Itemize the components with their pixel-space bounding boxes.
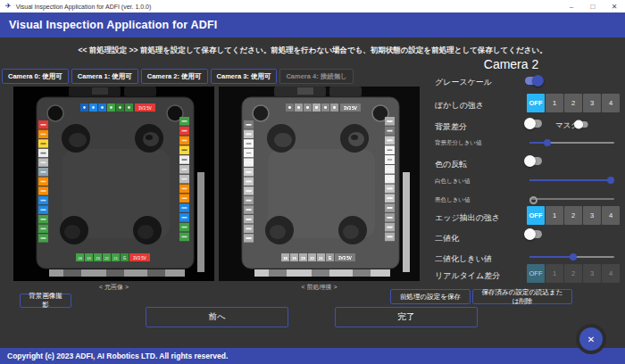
minimize-icon[interactable]: – xyxy=(561,0,582,12)
mask-toggle[interactable] xyxy=(574,120,589,128)
svg-text:G: G xyxy=(123,256,127,261)
blur-strength-buttons: OFF 1 2 3 4 xyxy=(527,94,620,112)
white-threshold-slider[interactable] xyxy=(529,176,614,184)
bg-diff-threshold-slider[interactable] xyxy=(529,138,614,146)
black-threshold-label: 黒色しきい値 xyxy=(435,196,470,204)
edge-3-button[interactable]: 3 xyxy=(583,206,601,225)
svg-text:3V3 5V: 3V3 5V xyxy=(338,256,352,261)
svg-text:22: 22 xyxy=(104,256,109,261)
fab-close-icon: ✕ xyxy=(588,335,595,344)
tab-camera-0[interactable]: Camera 0: 使用可 xyxy=(2,69,69,84)
grayscale-label: グレースケール xyxy=(435,77,492,88)
app-header: Visual Inspection Application for ADFI xyxy=(0,12,625,37)
black-threshold-slider[interactable] xyxy=(529,194,614,203)
svg-text:18: 18 xyxy=(78,256,82,261)
svg-text:3V3 5V: 3V3 5V xyxy=(344,106,357,111)
camera-tabs: Camera 0: 使用可 Camera 1: 使用可 Camera 2: 使用… xyxy=(2,69,354,84)
svg-text:18: 18 xyxy=(283,256,288,261)
blur-4-button[interactable]: 4 xyxy=(602,94,620,112)
invert-color-toggle[interactable] xyxy=(524,155,544,167)
realtime-2-button: 2 xyxy=(564,264,582,283)
blur-3-button[interactable]: 3 xyxy=(583,94,601,112)
previous-button[interactable]: 前へ xyxy=(146,307,288,327)
svg-text:22: 22 xyxy=(310,256,314,261)
original-image-caption: < 元画像 > xyxy=(13,283,214,292)
invert-color-label: 色の反転 xyxy=(435,159,467,170)
panel-title: Camera 2 xyxy=(433,57,589,71)
edge-4-button[interactable]: 4 xyxy=(602,206,620,225)
realtime-4-button: 4 xyxy=(602,264,620,283)
binarize-threshold-label: 二値化しきい値 xyxy=(435,253,492,265)
realtime-1-button: 1 xyxy=(546,264,563,283)
close-fab-button[interactable]: ✕ xyxy=(579,327,603,351)
bg-diff-label: 背景差分 xyxy=(435,121,467,133)
white-threshold-label: 白色しきい値 xyxy=(435,178,470,186)
bg-diff-toggle[interactable] xyxy=(524,118,544,129)
tab-camera-3[interactable]: Camera 3: 使用可 xyxy=(211,69,278,84)
binarize-threshold-slider[interactable] xyxy=(529,252,614,261)
binarize-label: 二値化 xyxy=(435,233,459,244)
os-titlebar: ✈ Visual Inspection Application for ADFI… xyxy=(0,0,625,12)
svg-text:23: 23 xyxy=(301,256,305,261)
original-image-preview: 3V3 5V1819232221G3V3 5V xyxy=(13,87,214,281)
window-title: Visual Inspection Application for ADFI (… xyxy=(16,4,152,10)
edge-2-button[interactable]: 2 xyxy=(564,206,582,225)
done-button[interactable]: 完了 xyxy=(335,307,478,327)
realtime-diff-label: リアルタイム差分 xyxy=(435,270,500,282)
realtime-3-button: 3 xyxy=(583,264,601,283)
edge-strength-label: エッジ抽出の強さ xyxy=(435,212,500,224)
edge-strength-buttons: OFF 1 2 3 4 xyxy=(527,206,620,225)
svg-text:19: 19 xyxy=(292,256,296,261)
svg-text:23: 23 xyxy=(96,256,100,261)
tab-camera-2[interactable]: Camera 2: 使用可 xyxy=(141,69,208,84)
app-footer: Copyright (c) 2023 ADFI, AI Robotics LTD… xyxy=(0,348,625,364)
bg-diff-threshold-label: 背景差分しきい値 xyxy=(435,139,481,147)
svg-text:3V3 5V: 3V3 5V xyxy=(133,256,146,261)
app-window: ✈ Visual Inspection Application for ADFI… xyxy=(0,0,625,364)
tab-camera-4[interactable]: Camera 4: 接続無し xyxy=(279,69,354,84)
instruction-text: << 前処理設定 >> 前処理を設定して保存してください。前処理を行わない場合で… xyxy=(0,46,625,56)
page-title: Visual Inspection Application for ADFI xyxy=(9,19,218,31)
save-settings-button[interactable]: 前処理の設定を保存 xyxy=(390,289,471,304)
edge-1-button[interactable]: 1 xyxy=(546,206,563,225)
binarize-toggle[interactable] xyxy=(524,228,544,240)
svg-text:G: G xyxy=(329,256,332,261)
edge-off-button[interactable]: OFF xyxy=(527,206,545,225)
window-controls: – □ ✕ xyxy=(561,0,625,12)
realtime-off-button: OFF xyxy=(527,264,545,283)
maximize-icon[interactable]: □ xyxy=(582,0,604,12)
tab-camera-1[interactable]: Camera 1: 使用可 xyxy=(71,69,138,84)
svg-text:21: 21 xyxy=(113,256,118,261)
capture-background-button[interactable]: 背景画像撮影 xyxy=(20,294,71,308)
realtime-diff-buttons: OFF 1 2 3 4 xyxy=(527,264,620,283)
blur-2-button[interactable]: 2 xyxy=(564,94,582,112)
app-icon: ✈ xyxy=(5,3,12,10)
close-icon[interactable]: ✕ xyxy=(604,0,625,12)
svg-text:3V3 5V: 3V3 5V xyxy=(138,106,152,111)
grayscale-toggle[interactable] xyxy=(524,75,544,87)
preprocessed-image-preview: 3V3 5V1819232221G3V3 5V xyxy=(219,87,420,281)
load-or-delete-settings-button[interactable]: 保存済みの設定の読込または削除 xyxy=(472,289,572,304)
svg-text:21: 21 xyxy=(319,256,323,261)
copyright-text: Copyright (c) 2023 ADFI, AI Robotics LTD… xyxy=(7,352,228,360)
svg-text:19: 19 xyxy=(87,256,91,261)
blur-off-button[interactable]: OFF xyxy=(527,94,545,112)
blur-strength-label: ぼかしの強さ xyxy=(435,100,484,112)
blur-1-button[interactable]: 1 xyxy=(546,94,563,112)
